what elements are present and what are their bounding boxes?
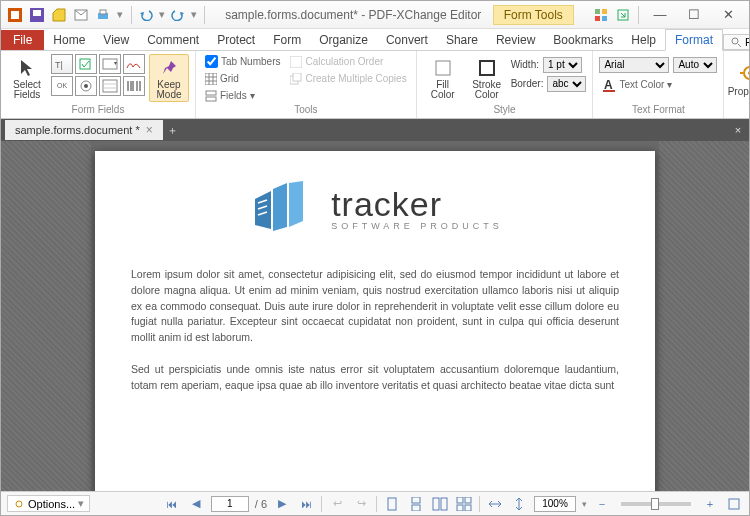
multiple-copies-button[interactable]: Create Multiple Copies [287,71,409,86]
logo-subtitle: SOFTWARE PRODUCTS [331,221,503,231]
svg-point-43 [744,67,750,79]
fit-page-icon[interactable] [510,495,528,513]
logo: tracker SOFTWARE PRODUCTS [131,181,619,237]
keep-mode-button[interactable]: Keep Mode [149,54,189,102]
last-page-icon[interactable]: ⏭ [297,495,315,513]
svg-rect-38 [293,73,301,81]
gear-icon [739,62,750,84]
width-select[interactable]: 1 pt [543,57,582,73]
tab-format[interactable]: Format [665,29,723,51]
field-barcode-icon[interactable] [123,76,145,96]
layout-continuous-icon[interactable] [407,495,425,513]
close-all-icon[interactable]: × [727,124,749,136]
font-size-select[interactable]: Auto [673,57,717,73]
text-color-button[interactable]: A Text Color ▾ [599,77,717,92]
page-number-input[interactable] [211,496,249,512]
field-radio-icon[interactable] [75,76,97,96]
field-checkbox-icon[interactable] [75,54,97,74]
fields-button[interactable]: Fields ▾ [202,88,283,103]
nav-back-icon[interactable]: ↩ [328,495,346,513]
find-button[interactable]: Find... [723,34,750,50]
tab-comment[interactable]: Comment [138,30,208,50]
fit-width-icon[interactable] [486,495,504,513]
document-tabs: sample.forms.document * × ＋ × [1,119,749,141]
open-icon[interactable] [49,5,69,25]
select-fields-button[interactable]: Select Fields [7,54,47,102]
svg-rect-39 [436,61,450,75]
tab-numbers-button[interactable]: Tab Numbers [202,54,283,69]
svg-rect-6 [100,10,106,14]
options-button[interactable]: Options...▾ [7,495,90,512]
svg-text:T|: T| [55,60,63,70]
layout-single-icon[interactable] [383,495,401,513]
tab-convert[interactable]: Convert [377,30,437,50]
field-listbox-icon[interactable] [99,76,121,96]
nav-fwd-icon[interactable]: ↪ [352,495,370,513]
window-title: sample.forms.document* - PDF-XChange Edi… [209,8,590,22]
dropdown-icon[interactable]: ▾ [115,5,125,25]
layout-facing-icon[interactable] [431,495,449,513]
zoom-input[interactable] [534,496,576,512]
properties-button[interactable]: Properties [730,54,750,102]
field-button-icon[interactable]: OK [51,76,73,96]
tab-help[interactable]: Help [622,30,665,50]
document-viewport[interactable]: tracker SOFTWARE PRODUCTS Lorem ipsum do… [1,141,749,491]
svg-rect-40 [480,61,494,75]
document-tab[interactable]: sample.forms.document * × [5,120,163,140]
stroke-color-button[interactable]: Stroke Color [467,54,507,102]
border-select[interactable]: abc [547,76,586,92]
undo-icon[interactable] [136,5,156,25]
add-tab-button[interactable]: ＋ [163,123,183,138]
save-icon[interactable] [27,5,47,25]
fields-icon [205,90,217,102]
tab-home[interactable]: Home [44,30,94,50]
tab-organize[interactable]: Organize [310,30,377,50]
font-select[interactable]: Arial [599,57,669,73]
launch-icon[interactable] [612,5,634,25]
field-signature-icon[interactable] [123,54,145,74]
ribbon-tabstrip: File Home View Comment Protect Form Orga… [1,29,749,51]
svg-rect-10 [602,16,607,21]
first-page-icon[interactable]: ⏮ [163,495,181,513]
tab-share[interactable]: Share [437,30,487,50]
svg-point-12 [732,38,738,44]
tab-review[interactable]: Review [487,30,544,50]
group-text-format: Arial Auto A Text Color ▾ Text Format [593,51,724,118]
tab-view[interactable]: View [94,30,138,50]
minimize-button[interactable]: — [643,5,677,25]
tab-protect[interactable]: Protect [208,30,264,50]
close-button[interactable]: ✕ [711,5,745,25]
svg-rect-29 [205,73,217,85]
tab-form[interactable]: Form [264,30,310,50]
gear-icon [13,498,25,510]
svg-rect-57 [441,498,447,510]
svg-rect-17 [80,59,90,69]
svg-rect-55 [412,505,420,511]
redo-dropdown-icon[interactable]: ▾ [190,5,198,25]
field-textfield-icon[interactable]: T| [51,54,73,74]
ribbon-format: Select Fields T| OK Keep Mode [1,51,749,119]
fill-color-button[interactable]: Fill Color [423,54,463,102]
redo-icon[interactable] [168,5,188,25]
fullscreen-icon[interactable] [725,495,743,513]
undo-dropdown-icon[interactable]: ▾ [158,5,166,25]
file-tab[interactable]: File [1,30,44,50]
next-page-icon[interactable]: ▶ [273,495,291,513]
zoom-out-icon[interactable]: − [593,495,611,513]
svg-rect-34 [206,91,216,95]
calc-order-button[interactable]: Calculation Order [287,54,409,69]
layout-facing-cont-icon[interactable] [455,495,473,513]
mail-icon[interactable] [71,5,91,25]
field-dropdown-icon[interactable] [99,54,121,74]
zoom-in-icon[interactable]: + [701,495,719,513]
print-icon[interactable] [93,5,113,25]
close-tab-icon[interactable]: × [146,123,153,137]
svg-rect-1 [11,11,19,19]
grid-button[interactable]: Grid [202,71,283,86]
maximize-button[interactable]: ☐ [677,5,711,25]
paragraph: Lorem ipsum dolor sit amet, consectetur … [131,267,619,346]
ui-options-icon[interactable] [590,5,612,25]
zoom-slider[interactable] [621,502,691,506]
prev-page-icon[interactable]: ◀ [187,495,205,513]
tab-bookmarks[interactable]: Bookmarks [544,30,622,50]
